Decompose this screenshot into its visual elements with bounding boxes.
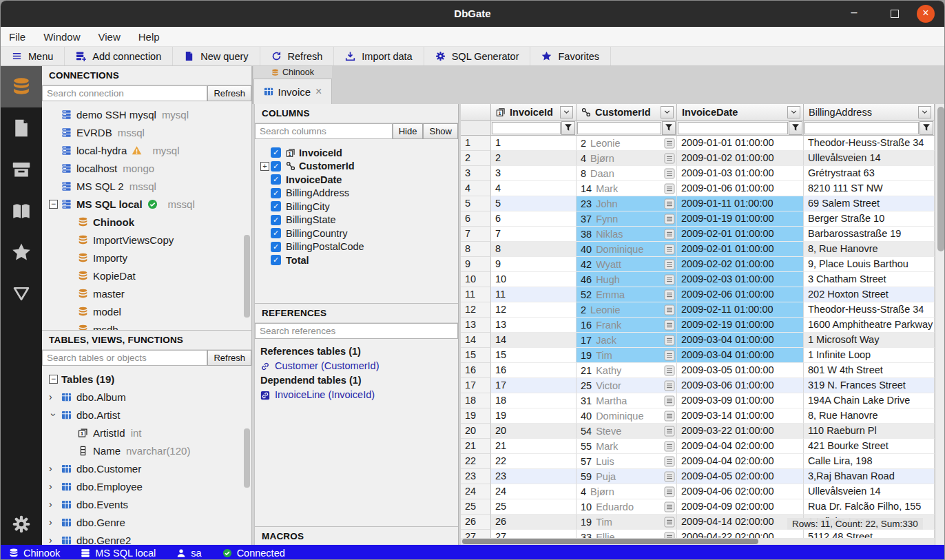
billing-address-cell[interactable]: 1 Infinite Loop [804, 348, 935, 363]
customer-id-cell[interactable]: 2 Leonie [577, 136, 677, 151]
invoice-date-cell[interactable]: 2009-02-01 01:00:00 [677, 242, 804, 257]
invoice-date-cell[interactable]: 2009-04-04 02:00:00 [677, 454, 804, 469]
billing-address-cell[interactable]: 202 Hoxton Street [804, 287, 935, 302]
billing-address-cell[interactable]: Berger Straße 10 [804, 211, 935, 227]
toolbar-button[interactable]: Import data [334, 47, 424, 65]
close-button[interactable]: × [917, 5, 935, 23]
search-references-input[interactable] [255, 323, 458, 339]
billing-address-cell[interactable]: Barbarossastraße 19 [804, 227, 935, 242]
invoice-date-cell[interactable]: 2009-02-06 01:00:00 [677, 287, 804, 302]
row-number-cell[interactable]: 2 [461, 151, 491, 166]
expander-icon[interactable]: − [49, 200, 58, 209]
column-menu-button[interactable] [560, 106, 573, 118]
status-bar-item[interactable]: Chinook [9, 548, 60, 559]
row-number-cell[interactable]: 20 [461, 424, 491, 439]
open-reference-icon[interactable] [664, 138, 675, 149]
scrollbar-thumb[interactable] [462, 539, 758, 544]
invoice-date-cell[interactable]: 2009-02-19 01:00:00 [677, 318, 804, 333]
column-filter-input[interactable] [804, 122, 919, 134]
open-reference-icon[interactable] [664, 532, 675, 539]
invoice-date-cell[interactable]: 2009-03-22 01:00:00 [677, 424, 804, 439]
row-number-cell[interactable]: 23 [461, 469, 491, 484]
connection-item[interactable]: ImportViewsCopy [42, 231, 251, 249]
row-number-cell[interactable]: 10 [461, 272, 491, 287]
invoice-id-cell[interactable]: 5 [491, 196, 577, 211]
column-filter-input[interactable] [577, 122, 661, 134]
invoice-date-cell[interactable]: 2009-03-05 01:00:00 [677, 363, 804, 378]
row-number-cell[interactable]: 27 [461, 530, 491, 538]
customer-id-cell[interactable]: 52 Emma [577, 287, 677, 302]
billing-address-cell[interactable]: 319 N. Frances Street [804, 378, 935, 393]
open-reference-icon[interactable] [664, 183, 675, 194]
column-header[interactable]: InvoiceDate [677, 104, 804, 121]
invoice-date-cell[interactable]: 2009-04-06 02:00:00 [677, 484, 804, 499]
reference-link-invoiceline[interactable]: InvoiceLine (InvoiceId) [260, 388, 453, 402]
row-number-cell[interactable]: 16 [461, 363, 491, 378]
connection-item[interactable]: − MS SQL local mssql [42, 195, 251, 213]
invoice-id-cell[interactable]: 27 [491, 530, 577, 538]
open-reference-icon[interactable] [664, 335, 675, 346]
billing-address-cell[interactable]: 8210 111 ST NW [804, 181, 935, 196]
connection-item[interactable]: localhost mongo [42, 159, 251, 177]
table-tree-item[interactable]: › dbo.Genre2 [42, 531, 251, 545]
invoice-date-cell[interactable]: 2009-03-09 01:00:00 [677, 393, 804, 408]
rail-item[interactable] [1, 190, 42, 231]
customer-id-cell[interactable]: 31 Martha [577, 393, 677, 408]
customer-id-cell[interactable]: 8 Daan [577, 166, 677, 181]
open-reference-icon[interactable] [664, 501, 675, 512]
open-reference-icon[interactable] [664, 320, 675, 331]
table-tree-item[interactable]: › dbo.Customer [42, 459, 251, 477]
column-checkbox[interactable]: ✓ [271, 242, 281, 252]
billing-address-cell[interactable]: 801 W 4th Street [804, 363, 935, 378]
customer-id-cell[interactable]: 2 Leonie [577, 302, 677, 318]
billing-address-cell[interactable]: 110 Raeburn Pl [804, 424, 935, 439]
invoice-id-cell[interactable]: 22 [491, 454, 577, 469]
invoice-id-cell[interactable]: 12 [491, 302, 577, 318]
toolbar-button[interactable]: Favorites [530, 47, 611, 65]
grid-horizontal-scrollbar[interactable] [461, 538, 935, 545]
tables-refresh-button[interactable]: Refresh [207, 350, 251, 366]
invoice-id-cell[interactable]: 9 [491, 257, 577, 272]
column-menu-button[interactable] [918, 106, 931, 118]
customer-id-cell[interactable]: 40 Dominique [577, 242, 677, 257]
customer-id-cell[interactable]: 38 Niklas [577, 227, 677, 242]
row-number-cell[interactable]: 4 [461, 181, 491, 196]
open-reference-icon[interactable] [664, 486, 675, 497]
table-tree-item[interactable]: 1 ArtistId int [42, 424, 251, 442]
customer-id-cell[interactable]: 21 Kathy [577, 363, 677, 378]
billing-address-cell[interactable]: Calle Lira, 198 [804, 454, 935, 469]
expander-icon[interactable]: › [49, 463, 61, 474]
expander-icon[interactable]: + [260, 162, 269, 171]
open-reference-icon[interactable] [664, 153, 675, 164]
customer-id-cell[interactable]: 25 Victor [577, 378, 677, 393]
invoice-date-cell[interactable]: 2009-01-11 01:00:00 [677, 196, 804, 211]
connection-item[interactable]: demo SSH mysql mysql [42, 105, 251, 123]
menu-item[interactable]: File [9, 31, 25, 43]
invoice-id-cell[interactable]: 4 [491, 181, 577, 196]
row-number-cell[interactable]: 18 [461, 393, 491, 408]
rail-item[interactable] [1, 66, 42, 107]
open-reference-icon[interactable] [664, 304, 675, 315]
tables-scrollbar[interactable] [244, 428, 250, 488]
invoice-id-cell[interactable]: 23 [491, 469, 577, 484]
billing-address-cell[interactable]: Rua Dr. Falcão Filho, 155 [804, 499, 935, 515]
scrollbar-thumb[interactable] [937, 107, 944, 251]
billing-address-cell[interactable]: Theodor-Heuss-Straße 34 [804, 302, 935, 318]
status-bar-item[interactable]: Connected [222, 548, 285, 559]
customer-id-cell[interactable]: 17 Jack [577, 333, 677, 348]
column-checkbox[interactable]: ✓ [271, 201, 281, 211]
billing-address-cell[interactable]: 194A Chain Lake Drive [804, 393, 935, 408]
customer-id-cell[interactable]: 4 Bjørn [577, 484, 677, 499]
invoice-id-cell[interactable]: 16 [491, 363, 577, 378]
row-number-cell[interactable]: 19 [461, 408, 491, 424]
invoice-id-cell[interactable]: 15 [491, 348, 577, 363]
customer-id-cell[interactable]: 19 Tim [577, 515, 677, 530]
menu-item[interactable]: Window [43, 31, 80, 43]
invoice-id-cell[interactable]: 21 [491, 439, 577, 454]
invoice-id-cell[interactable]: 25 [491, 499, 577, 515]
invoice-date-cell[interactable]: 2009-01-06 01:00:00 [677, 181, 804, 196]
invoice-id-cell[interactable]: 8 [491, 242, 577, 257]
open-reference-icon[interactable] [664, 198, 675, 209]
table-tree-item[interactable]: › dbo.Artist [42, 406, 251, 424]
expander-icon[interactable]: › [49, 391, 61, 402]
